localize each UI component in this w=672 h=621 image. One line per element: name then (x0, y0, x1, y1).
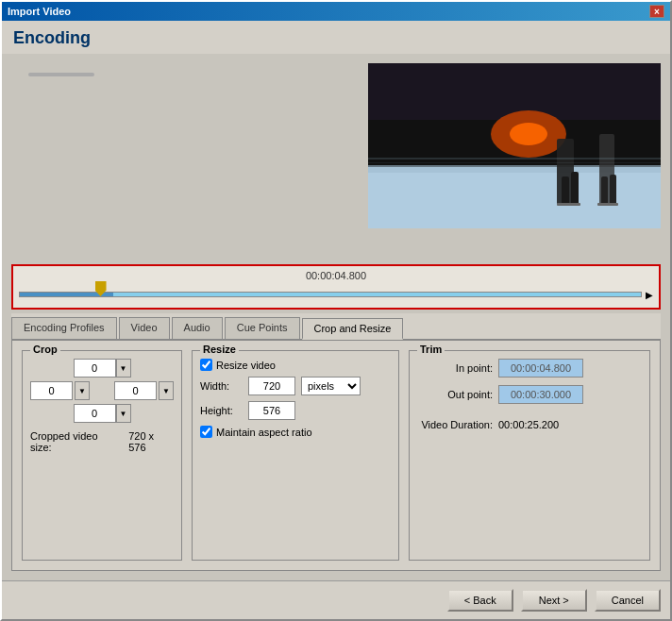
timeline-time: 00:00:04.800 (19, 270, 653, 281)
resize-section: Resize Resize video Width: pixels percen… (192, 350, 399, 561)
svg-rect-7 (562, 176, 569, 205)
svg-rect-13 (597, 203, 618, 206)
crop-top-dropdown[interactable]: ▼ (116, 359, 131, 378)
main-content: 00:00:04.800 ▶ Encoding Profiles Video A… (2, 54, 670, 580)
button-bar: < Back Next > Cancel (2, 580, 670, 619)
crop-right-dropdown[interactable]: ▼ (159, 381, 174, 400)
resize-checkbox-label: Resize video (216, 360, 276, 371)
tab-encoding-profiles[interactable]: Encoding Profiles (11, 317, 117, 339)
in-point-row: In point: (417, 359, 642, 378)
svg-rect-11 (610, 175, 616, 205)
video-frame (368, 63, 661, 228)
resize-checkbox-row: Resize video (200, 359, 391, 371)
timeline-thumb[interactable] (95, 281, 107, 296)
video-area (11, 54, 661, 264)
aspect-ratio-label: Maintain aspect ratio (216, 427, 312, 438)
crop-section: Crop ▼ ▼ ▼ (22, 350, 182, 561)
duration-value: 00:00:25.200 (498, 419, 559, 430)
duration-row: Video Duration: 00:00:25.200 (417, 419, 642, 430)
width-label: Width: (200, 380, 243, 392)
cropped-size-value: 720 x 576 (128, 430, 174, 453)
tab-cue-points[interactable]: Cue Points (225, 317, 300, 339)
crop-bottom-row: ▼ (30, 404, 174, 423)
height-row: Height: (200, 401, 391, 420)
page-title: Encoding (2, 21, 670, 54)
crop-label: Crop (30, 344, 60, 355)
timeline-end-arrow: ▶ (646, 290, 653, 300)
timeline-slider[interactable]: ▶ (19, 285, 653, 304)
resize-label: Resize (200, 344, 239, 355)
out-point-input[interactable] (498, 385, 583, 404)
panel-columns: Crop ▼ ▼ ▼ (22, 350, 650, 561)
svg-rect-5 (368, 165, 661, 173)
left-slider (28, 73, 94, 76)
aspect-ratio-checkbox[interactable] (200, 426, 212, 438)
window-title: Import Video (8, 6, 71, 17)
video-preview (368, 63, 661, 228)
tab-crop-resize[interactable]: Crop and Resize (302, 318, 404, 340)
cancel-button[interactable]: Cancel (595, 589, 661, 612)
tab-video[interactable]: Video (119, 317, 170, 339)
crop-resize-panel: Crop ▼ ▼ ▼ (11, 341, 661, 571)
svg-rect-1 (368, 63, 661, 120)
close-button[interactable]: × (649, 5, 664, 18)
height-input[interactable] (248, 401, 295, 420)
crop-bottom-dropdown[interactable]: ▼ (116, 404, 131, 423)
trim-label: Trim (417, 344, 445, 355)
width-input[interactable] (248, 377, 295, 395)
svg-rect-15 (368, 162, 661, 163)
resize-checkbox[interactable] (200, 359, 212, 371)
out-point-row: Out point: (417, 385, 642, 404)
pixels-select[interactable]: pixels percent (301, 377, 361, 395)
crop-middle-row: ▼ ▼ (30, 381, 174, 400)
timeline-area: 00:00:04.800 ▶ (11, 264, 661, 310)
next-button[interactable]: Next > (521, 589, 587, 612)
main-window: Import Video × Encoding (0, 0, 672, 621)
aspect-ratio-row: Maintain aspect ratio (200, 426, 391, 438)
height-label: Height: (200, 405, 243, 416)
back-button[interactable]: < Back (447, 589, 513, 612)
width-row: Width: pixels percent (200, 377, 391, 395)
trim-section: Trim In point: Out point: Video Duration… (409, 350, 650, 561)
cropped-size-label: Cropped video size: (30, 430, 121, 453)
crop-top-input[interactable] (74, 359, 116, 378)
crop-left-input[interactable] (30, 381, 73, 400)
tabs-bar: Encoding Profiles Video Audio Cue Points… (11, 313, 661, 341)
tab-audio[interactable]: Audio (172, 317, 223, 339)
svg-rect-4 (368, 167, 661, 228)
video-svg (368, 63, 661, 228)
crop-top-row: ▼ (30, 359, 174, 378)
crop-bottom-input[interactable] (74, 404, 116, 423)
timeline-track[interactable] (19, 292, 642, 297)
in-point-input[interactable] (498, 359, 583, 378)
svg-rect-12 (557, 203, 580, 206)
svg-rect-14 (368, 158, 661, 159)
svg-rect-10 (601, 176, 608, 205)
cropped-size-row: Cropped video size: 720 x 576 (30, 430, 174, 453)
svg-rect-8 (571, 172, 579, 205)
svg-point-3 (510, 123, 547, 145)
duration-label: Video Duration: (417, 419, 493, 430)
in-point-label: In point: (417, 362, 493, 374)
title-bar: Import Video × (2, 2, 670, 21)
out-point-label: Out point: (417, 389, 493, 400)
crop-right-input[interactable] (114, 381, 157, 400)
crop-left-dropdown[interactable]: ▼ (75, 381, 90, 400)
